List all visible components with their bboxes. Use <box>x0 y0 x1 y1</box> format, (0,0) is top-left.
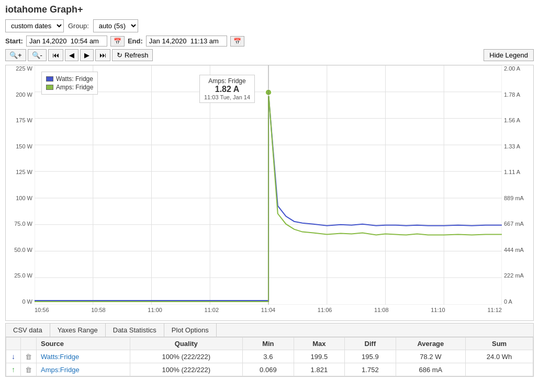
watts-color-swatch <box>46 76 53 82</box>
data-table: Source Quality Min Max Diff Average Sum … <box>6 337 533 376</box>
end-calendar-button[interactable]: 📅 <box>230 36 244 47</box>
end-date-input[interactable] <box>146 36 227 47</box>
start-date-input[interactable] <box>26 36 107 47</box>
chart-area: 225 W 200 W 175 W 150 W 125 W 100 W 75.0… <box>5 65 534 321</box>
row1-trash[interactable]: 🗑 <box>21 350 37 363</box>
y-axis-right: 2.00 A 1.78 A 1.56 A 1.33 A 1.11 A 889 m… <box>502 65 533 305</box>
col-arrow <box>6 338 21 350</box>
app-title: iotahome Graph+ <box>0 0 539 17</box>
row1-arrow[interactable]: ↓ <box>6 350 21 363</box>
amps-legend-label: Amps: Fridge <box>56 84 93 91</box>
row1-max: 199.5 <box>294 350 345 363</box>
table-row: ↑ 🗑 Amps:Fridge 100% (222/222) 0.069 1.8… <box>6 363 533 376</box>
row2-sum <box>466 363 533 376</box>
prev-button[interactable]: ◀ <box>65 49 78 61</box>
zoom-in-button[interactable]: 🔍+ <box>5 49 26 61</box>
tooltip-title: Amps: Fridge <box>204 77 250 85</box>
legend-box: Watts: Fridge Amps: Fridge <box>41 72 98 95</box>
tab-data-statistics[interactable]: Data Statistics <box>106 324 164 337</box>
start-calendar-button[interactable]: 📅 <box>110 36 125 47</box>
row2-quality: 100% (222/222) <box>130 363 243 376</box>
legend-item-watts: Watts: Fridge <box>46 75 93 83</box>
group-select[interactable]: auto (5s) <box>93 19 138 32</box>
row2-min: 0.069 <box>243 363 294 376</box>
group-label: Group: <box>68 22 89 30</box>
start-label: Start: <box>5 37 23 45</box>
tab-yaxes-range[interactable]: Yaxes Range <box>50 324 106 337</box>
next-button[interactable]: ▶ <box>80 49 94 61</box>
col-trash <box>21 338 37 350</box>
last-button[interactable]: ⏭ <box>95 49 110 61</box>
col-max: Max <box>294 338 345 350</box>
legend-item-amps: Amps: Fridge <box>46 84 93 91</box>
refresh-label: Refresh <box>125 51 149 59</box>
row2-diff: 1.752 <box>345 363 396 376</box>
watts-legend-label: Watts: Fridge <box>56 75 93 83</box>
row1-min: 3.6 <box>243 350 294 363</box>
row1-diff: 195.9 <box>345 350 396 363</box>
tab-csv-data[interactable]: CSV data <box>6 324 50 337</box>
hide-legend-button[interactable]: Hide Legend <box>484 49 534 61</box>
date-range-select[interactable]: custom dates <box>5 19 64 32</box>
row2-arrow[interactable]: ↑ <box>6 363 21 376</box>
row1-quality: 100% (222/222) <box>130 350 243 363</box>
row2-trash[interactable]: 🗑 <box>21 363 37 376</box>
first-button[interactable]: ⏮ <box>48 49 63 61</box>
data-table-tabs: CSV data Yaxes Range Data Statistics Plo… <box>6 324 533 337</box>
row2-average: 686 mA <box>396 363 466 376</box>
row2-source[interactable]: Amps:Fridge <box>37 363 130 376</box>
x-axis: 10:56 10:58 11:00 11:02 11:04 11:06 11:0… <box>35 305 502 320</box>
tooltip-value: 1.82 A <box>204 85 250 94</box>
end-label: End: <box>128 37 143 45</box>
col-average: Average <box>396 338 466 350</box>
col-diff: Diff <box>345 338 396 350</box>
refresh-icon: ↻ <box>117 51 122 59</box>
col-quality: Quality <box>130 338 243 350</box>
data-table-area: CSV data Yaxes Range Data Statistics Plo… <box>5 323 534 377</box>
zoom-out-button[interactable]: 🔍- <box>28 49 47 61</box>
refresh-button[interactable]: ↻ Refresh <box>112 49 153 61</box>
col-sum: Sum <box>466 338 533 350</box>
row2-max: 1.821 <box>294 363 345 376</box>
chart-svg[interactable] <box>35 65 502 305</box>
row1-average: 78.2 W <box>396 350 466 363</box>
y-axis-left: 225 W 200 W 175 W 150 W 125 W 100 W 75.0… <box>6 65 35 305</box>
col-source: Source <box>37 338 130 350</box>
row1-source[interactable]: Watts:Fridge <box>37 350 130 363</box>
row1-sum: 24.0 Wh <box>466 350 533 363</box>
col-min: Min <box>243 338 294 350</box>
table-row: ↓ 🗑 Watts:Fridge 100% (222/222) 3.6 199.… <box>6 350 533 363</box>
amps-color-swatch <box>46 85 53 90</box>
tab-plot-options[interactable]: Plot Options <box>164 324 217 337</box>
tooltip-time: 11:03 Tue, Jan 14 <box>204 94 250 100</box>
chart-tooltip: Amps: Fridge 1.82 A 11:03 Tue, Jan 14 <box>199 75 255 103</box>
